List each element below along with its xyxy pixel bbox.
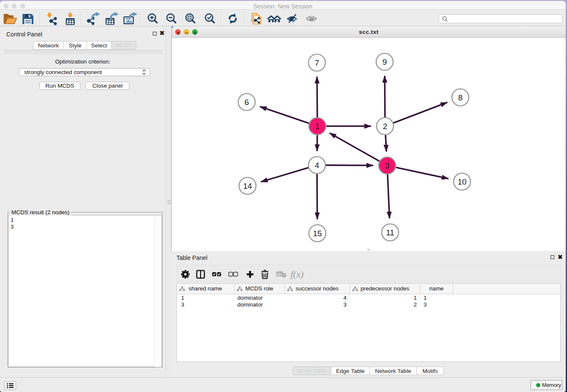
svg-text:f(x): f(x) <box>291 269 304 279</box>
svg-text:3: 3 <box>385 161 390 170</box>
svg-text:15: 15 <box>313 229 322 238</box>
svg-text:2: 2 <box>383 122 388 131</box>
svg-text:1: 1 <box>315 122 320 131</box>
svg-text:4: 4 <box>315 161 319 170</box>
svg-text:6: 6 <box>245 98 249 107</box>
svg-text:14: 14 <box>243 182 252 190</box>
svg-text:7: 7 <box>315 58 319 67</box>
svg-text:9: 9 <box>383 58 387 66</box>
svg-text:10: 10 <box>457 177 466 186</box>
svg-text:11: 11 <box>386 228 394 237</box>
svg-text:8: 8 <box>458 93 463 102</box>
